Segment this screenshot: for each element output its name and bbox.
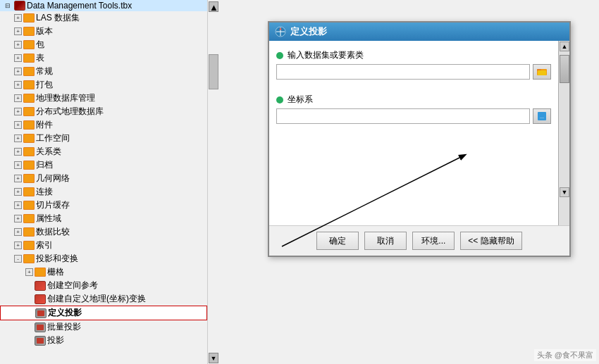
folder-icon-pack (23, 40, 35, 49)
expand-dist[interactable]: + (14, 108, 22, 115)
expand-cr (25, 282, 33, 289)
tool-icon-batch-proj (35, 322, 46, 332)
browse-btn-2[interactable]: ... (533, 108, 551, 124)
tree-item-create-ref[interactable]: 创建空间参考 (0, 279, 207, 292)
expand-package[interactable]: + (14, 81, 22, 89)
folder-icon-archive (23, 161, 35, 170)
pack-label: 包 (36, 39, 44, 51)
cancel-button[interactable]: 取消 (364, 232, 407, 250)
dialog-scroll-thumb[interactable] (560, 55, 569, 83)
tree-item-geom[interactable]: + 几何网络 (0, 172, 207, 185)
tree-item-workspace[interactable]: + 工作空间 (0, 132, 207, 145)
expand-compare[interactable]: + (14, 228, 22, 236)
tool-icon-proj (35, 336, 46, 346)
folder-icon-ws (23, 134, 35, 143)
tree-item-attachment[interactable]: + 附件 (0, 118, 207, 132)
expand-las[interactable]: + (14, 14, 22, 22)
hide-help-button[interactable]: << 隐藏帮助 (460, 232, 521, 250)
expand-gdb[interactable]: + (14, 94, 22, 102)
crs-browse-icon: ... (537, 111, 547, 121)
expand-general[interactable]: + (14, 68, 22, 75)
watermark: 头条 @食不果富 (534, 349, 596, 361)
tree-scrollbar[interactable]: ▲ ▼ (207, 0, 218, 364)
tree-item-las[interactable]: + LAS 数据集 (0, 11, 207, 25)
browse-btn-1[interactable] (533, 64, 551, 80)
tree-item-table[interactable]: + 表 (0, 51, 207, 65)
expand-raster[interactable]: + (25, 268, 33, 276)
folder-browse-icon (537, 67, 547, 77)
tree-item-batch-proj[interactable]: 批量投影 (0, 320, 207, 334)
expand-cc (25, 295, 33, 303)
env-button[interactable]: 环境... (412, 232, 455, 250)
expand-attach[interactable]: + (14, 121, 22, 129)
tree-item-archive[interactable]: + 归档 (0, 158, 207, 172)
input-dataset[interactable] (276, 64, 530, 80)
folder-icon-projection (23, 254, 35, 263)
expand-ws[interactable]: + (14, 134, 22, 142)
dialog-scrollbar[interactable]: ▲ ▼ (558, 41, 569, 225)
expand-version[interactable]: + (14, 27, 22, 35)
folder-icon-raster (35, 268, 46, 277)
define-proj-label: 定义投影 (48, 307, 82, 319)
expand-rel[interactable]: + (14, 148, 22, 156)
compare-label: 数据比较 (36, 226, 70, 238)
expand-archive[interactable]: + (14, 161, 22, 169)
gdb-label: 地理数据库管理 (36, 92, 95, 104)
folder-icon-general (23, 67, 35, 76)
dialog-icon-svg (275, 26, 286, 37)
expand-tile[interactable]: + (14, 201, 22, 209)
green-dot-1 (276, 52, 283, 59)
expand-icon-root[interactable]: ⊟ (3, 1, 13, 11)
tile-label: 切片缓存 (36, 199, 70, 211)
version-label: 版本 (36, 25, 53, 37)
expand-index[interactable]: + (14, 241, 22, 249)
connect-label: 连接 (36, 186, 53, 198)
tree-item-general[interactable]: + 常规 (0, 65, 207, 78)
green-dot-2 (276, 96, 283, 103)
tree-item-package[interactable]: + 打包 (0, 78, 207, 92)
input-crs[interactable] (276, 108, 530, 124)
tree-root[interactable]: ⊟ Data Management Tools.tbx (0, 0, 207, 11)
expand-connect[interactable]: + (14, 188, 22, 196)
folder-icon-domain (23, 214, 35, 223)
input-row-2: ... (276, 108, 551, 124)
tree-item-dist[interactable]: + 分布式地理数据库 (0, 105, 207, 118)
tree-item-gdb[interactable]: + 地理数据库管理 (0, 92, 207, 105)
confirm-button[interactable]: 确定 (316, 232, 359, 250)
expand-domain[interactable]: + (14, 215, 22, 222)
tree-item-proj[interactable]: 投影 (0, 334, 207, 347)
section1-label: 输入数据集或要素类 (288, 49, 364, 61)
tree-item-compare[interactable]: + 数据比较 (0, 225, 207, 239)
expand-pack[interactable]: + (14, 41, 22, 49)
tree-item-raster[interactable]: + 栅格 (0, 265, 207, 279)
dialog-section-crs: 坐标系 ... (276, 94, 551, 124)
raster-label: 栅格 (47, 266, 64, 278)
dialog-box: 定义投影 输入数据集或要素类 (268, 21, 571, 257)
expand-projection[interactable]: - (14, 255, 22, 263)
dialog-title-icon (275, 26, 286, 37)
folder-icon-las (23, 13, 35, 23)
folder-icon-rel (23, 147, 35, 156)
tree-item-pack[interactable]: + 包 (0, 38, 207, 51)
tree-item-connect[interactable]: + 连接 (0, 185, 207, 199)
table-label: 表 (36, 52, 44, 64)
tool-icon-create-ref (35, 281, 46, 291)
tree-scroll-thumb[interactable] (209, 54, 218, 89)
tree-item-define-proj[interactable]: 定义投影 (0, 306, 207, 320)
tree-item-create-custom[interactable]: 创建自定义地理(坐标)变换 (0, 292, 207, 306)
expand-geom[interactable]: + (14, 175, 22, 182)
expand-table[interactable]: + (14, 54, 22, 62)
tree-item-tile[interactable]: + 切片缓存 (0, 199, 207, 212)
folder-icon-dist (23, 107, 35, 116)
expand-dp (26, 309, 34, 317)
tree-item-version[interactable]: + 版本 (0, 25, 207, 38)
tree-item-rel[interactable]: + 关系类 (0, 145, 207, 158)
tree-item-index[interactable]: + 索引 (0, 239, 207, 252)
tree-item-domain[interactable]: + 属性域 (0, 212, 207, 225)
dialog-titlebar: 定义投影 (269, 23, 569, 41)
domain-label: 属性域 (36, 213, 61, 225)
tree-container: ⊟ Data Management Tools.tbx + LAS 数据集 + … (0, 0, 207, 364)
right-panel: 定义投影 输入数据集或要素类 (218, 0, 599, 364)
tree-item-projection[interactable]: - 投影和变换 (0, 252, 207, 265)
toolbox-icon (14, 1, 25, 11)
